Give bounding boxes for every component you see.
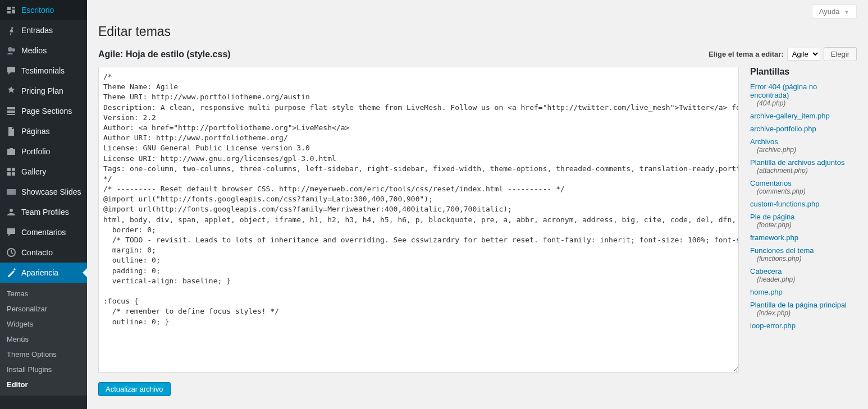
main-content: Ayuda ▼ Editar temas Agile: Hoja de esti… — [87, 0, 868, 396]
template-filename: (404.php) — [757, 99, 857, 107]
template-link[interactable]: home.php — [750, 288, 783, 296]
template-filename: (comments.php) — [757, 187, 857, 195]
sidebar-item-contacto[interactable]: Contacto — [0, 242, 87, 263]
file-heading: Agile: Hoja de estilo (style.css) — [98, 49, 231, 59]
template-item: Plantilla de archivos adjuntos(attachmen… — [750, 158, 857, 174]
template-item: Pie de página(footer.php) — [750, 213, 857, 229]
gallery-icon — [6, 166, 17, 177]
sidebar-item-páginas[interactable]: Páginas — [0, 121, 87, 141]
sidebar-item-label: Page Sections — [21, 107, 72, 116]
sidebar-item-label: Medios — [21, 46, 47, 55]
sidebar-item-label: Showcase Slides — [21, 187, 81, 196]
template-link[interactable]: Plantilla de archivos adjuntos — [750, 158, 844, 167]
sidebar-item-label: Pricing Plan — [21, 86, 63, 95]
pricing-icon — [6, 85, 17, 96]
theme-select-label: Elige el tema a editar: — [709, 50, 784, 58]
template-link[interactable]: Archivos — [750, 137, 778, 146]
page-title: Editar temas — [98, 24, 857, 39]
media-icon — [6, 45, 17, 56]
template-filename: (functions.php) — [757, 255, 857, 263]
templates-panel: Plantillas Error 404 (página no encontra… — [750, 67, 857, 334]
sidebar-item-portfolio[interactable]: Portfolio — [0, 141, 87, 162]
sections-icon — [6, 105, 17, 117]
sidebar-item-entradas[interactable]: Entradas — [0, 20, 87, 40]
sidebar-item-page-sections[interactable]: Page Sections — [0, 101, 87, 121]
template-link[interactable]: Funciones del tema — [750, 246, 814, 255]
sidebar-item-label: Team Profiles — [21, 208, 69, 217]
sidebar-item-gallery[interactable]: Gallery — [0, 162, 87, 182]
sidebar-item-comentarios[interactable]: Comentarios — [0, 222, 87, 242]
template-link[interactable]: archive-portfolio.php — [750, 125, 816, 133]
team-icon — [6, 206, 17, 218]
code-editor[interactable] — [98, 67, 739, 373]
template-link[interactable]: Cabecera — [750, 267, 782, 275]
pin-icon — [6, 25, 17, 36]
submenu-item-menús[interactable]: Menús — [0, 332, 87, 347]
template-item: archive-gallery_item.php — [750, 112, 857, 120]
sidebar-item-label: Comentarios — [21, 228, 66, 237]
sidebar-item-testimonials[interactable]: Testimonials — [0, 61, 87, 81]
admin-sidebar: EscritorioEntradasMediosTestimonialsPric… — [0, 0, 87, 396]
sidebar-item-apariencia[interactable]: Apariencia — [0, 263, 87, 283]
sidebar-item-label: Portfolio — [21, 147, 50, 156]
appearance-icon — [6, 267, 17, 278]
template-link[interactable]: custom-functions.php — [750, 200, 820, 208]
update-file-button[interactable]: Actualizar archivo — [98, 382, 171, 396]
template-link[interactable]: framework.php — [750, 233, 798, 242]
sidebar-item-label: Contacto — [21, 248, 53, 257]
sidebar-item-label: Escritorio — [21, 6, 54, 15]
template-item: loop-error.php — [750, 321, 857, 330]
choose-theme-button[interactable]: Elegir — [824, 47, 857, 61]
comments-icon — [6, 227, 17, 238]
contact-icon — [6, 247, 17, 258]
template-filename: (footer.php) — [757, 221, 857, 229]
slides-icon — [6, 186, 17, 197]
sidebar-item-label: Testimonials — [21, 66, 65, 75]
chevron-down-icon: ▼ — [844, 9, 849, 15]
template-item: Plantilla de la página principal(index.p… — [750, 301, 857, 317]
dashboard-icon — [6, 4, 17, 16]
submenu-item-editor[interactable]: Editor — [0, 377, 87, 392]
sidebar-item-medios[interactable]: Medios — [0, 40, 87, 61]
template-item: framework.php — [750, 233, 857, 242]
help-tab[interactable]: Ayuda ▼ — [812, 4, 857, 19]
template-filename: (attachment.php) — [757, 167, 857, 174]
template-link[interactable]: Plantilla de la página principal — [750, 301, 847, 309]
sidebar-item-label: Páginas — [21, 127, 50, 136]
sidebar-item-team-profiles[interactable]: Team Profiles — [0, 202, 87, 222]
template-item: Comentarios(comments.php) — [750, 179, 857, 195]
template-item: home.php — [750, 288, 857, 296]
theme-select[interactable]: Agile — [787, 48, 820, 61]
sidebar-item-escritorio[interactable]: Escritorio — [0, 0, 87, 20]
template-item: archive-portfolio.php — [750, 125, 857, 133]
template-item: Funciones del tema(functions.php) — [750, 246, 857, 263]
sidebar-item-pricing-plan[interactable]: Pricing Plan — [0, 81, 87, 101]
template-link[interactable]: Error 404 (página no encontrada) — [750, 82, 817, 99]
sidebar-submenu: TemasPersonalizarWidgetsMenúsTheme Optio… — [0, 283, 87, 396]
template-link[interactable]: loop-error.php — [750, 321, 796, 330]
template-filename: (archive.php) — [757, 146, 857, 154]
template-link[interactable]: Comentarios — [750, 179, 792, 187]
template-filename: (index.php) — [757, 309, 857, 317]
submenu-item-theme-options[interactable]: Theme Options — [0, 347, 87, 362]
template-item: Cabecera(header.php) — [750, 267, 857, 283]
submenu-item-widgets[interactable]: Widgets — [0, 316, 87, 332]
template-filename: (header.php) — [757, 275, 857, 283]
testimonial-icon — [6, 65, 17, 76]
submenu-item-temas[interactable]: Temas — [0, 286, 87, 301]
templates-heading: Plantillas — [750, 67, 857, 77]
sidebar-item-showcase-slides[interactable]: Showcase Slides — [0, 182, 87, 202]
portfolio-icon — [6, 146, 17, 157]
sidebar-item-label: Apariencia — [21, 268, 58, 277]
template-item: Archivos(archive.php) — [750, 137, 857, 154]
submenu-item-personalizar[interactable]: Personalizar — [0, 301, 87, 316]
template-link[interactable]: Pie de página — [750, 213, 795, 221]
help-tab-label: Ayuda — [819, 7, 840, 16]
sidebar-item-label: Entradas — [21, 26, 53, 35]
sidebar-item-label: Gallery — [21, 167, 46, 176]
template-item: Error 404 (página no encontrada)(404.php… — [750, 82, 857, 107]
page-icon — [6, 126, 17, 137]
template-link[interactable]: archive-gallery_item.php — [750, 112, 830, 120]
template-item: custom-functions.php — [750, 200, 857, 208]
submenu-item-install-plugins[interactable]: Install Plugins — [0, 362, 87, 377]
